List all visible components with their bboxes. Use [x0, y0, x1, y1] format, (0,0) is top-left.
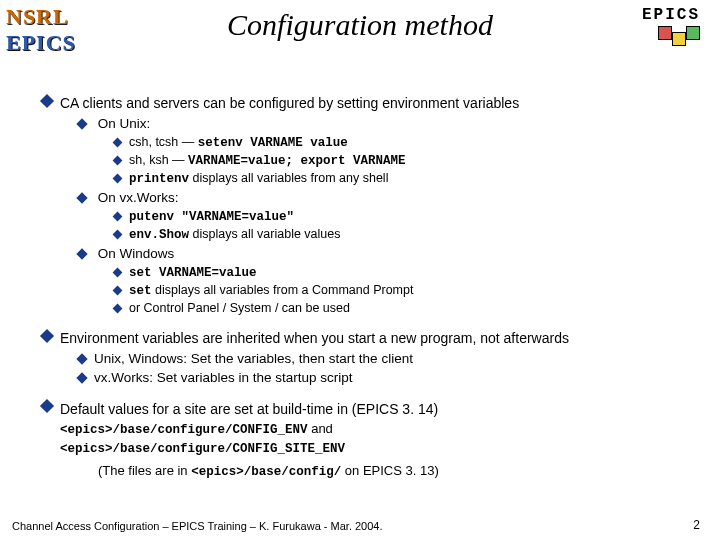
note-text: on EPICS 3. 13) [341, 463, 439, 478]
diamond-bullet-icon [76, 192, 87, 203]
item-text: Unix, Windows: Set the variables, then s… [94, 351, 413, 366]
item-code: set [129, 284, 152, 298]
page-number: 2 [693, 518, 700, 532]
slide-body: CA clients and servers can be configured… [42, 92, 700, 491]
diamond-bullet-icon [76, 372, 87, 383]
list-item: printenv displays all variables from any… [114, 170, 700, 188]
item-code: set VARNAME=value [129, 266, 257, 280]
diamond-bullet-icon [113, 138, 123, 148]
slide-title-text: Configuration method [227, 8, 493, 41]
diamond-bullet-icon [113, 286, 123, 296]
item-text: csh, tcsh — [129, 135, 198, 149]
list-item: vx.Works: Set variables in the startup s… [78, 369, 700, 387]
path-code: <epics>/base/config/ [191, 465, 341, 479]
sub-head: On Unix: [98, 116, 151, 131]
list-item: set displays all variables from a Comman… [114, 282, 700, 300]
item-text: sh, ksh — [129, 153, 188, 167]
slide-title: Configuration method [0, 8, 720, 42]
diamond-bullet-icon [113, 230, 123, 240]
item-text: and [308, 421, 333, 436]
list-item: or Control Panel / System / can be used [114, 300, 700, 317]
diamond-bullet-icon [113, 268, 123, 278]
diamond-bullet-icon [40, 94, 54, 108]
bullet-text: Default values for a site are set at bui… [60, 400, 700, 419]
list-item: csh, tcsh — setenv VARNAME value [114, 134, 700, 152]
bullet-config-vars: CA clients and servers can be configured… [42, 92, 700, 317]
item-text: displays all variable values [189, 227, 340, 241]
item-text: displays all variables from a Command Pr… [152, 283, 414, 297]
diamond-bullet-icon [76, 248, 87, 259]
epics-logo-icon [658, 26, 700, 40]
list-item: putenv "VARNAME=value" [114, 208, 700, 226]
item-text: or Control Panel / System / can be used [129, 301, 350, 315]
bullet-inherit: Environment variables are inherited when… [42, 327, 700, 388]
diamond-bullet-icon [40, 329, 54, 343]
item-text: displays all variables from any shell [189, 171, 388, 185]
diamond-bullet-icon [76, 353, 87, 364]
sub-head: On vx.Works: [98, 190, 179, 205]
diamond-bullet-icon [113, 156, 123, 166]
bullet-text: Environment variables are inherited when… [60, 329, 700, 348]
diamond-bullet-icon [113, 212, 123, 222]
item-code: VARNAME=value; export VARNAME [188, 154, 406, 168]
diamond-bullet-icon [76, 118, 87, 129]
slide-footer: Channel Access Configuration – EPICS Tra… [12, 520, 383, 532]
list-item: Unix, Windows: Set the variables, then s… [78, 350, 700, 368]
bullet-text: CA clients and servers can be configured… [60, 94, 700, 113]
list-item: env.Show displays all variable values [114, 226, 700, 244]
item-text: vx.Works: Set variables in the startup s… [94, 370, 353, 385]
list-item: set VARNAME=value [114, 264, 700, 282]
item-code: printenv [129, 172, 189, 186]
item-code: env.Show [129, 228, 189, 242]
sub-vxworks: On vx.Works: putenv "VARNAME=value" env.… [78, 189, 700, 244]
corner-epics-label: EPICS [642, 6, 700, 24]
note-text: (The files are in [98, 463, 191, 478]
path-code: <epics>/base/configure/CONFIG_SITE_ENV [60, 442, 345, 456]
diamond-bullet-icon [113, 174, 123, 184]
diamond-bullet-icon [40, 399, 54, 413]
diamond-bullet-icon [113, 303, 123, 313]
item-code: putenv "VARNAME=value" [129, 210, 294, 224]
item-code: setenv VARNAME value [198, 136, 348, 150]
list-item: sh, ksh — VARNAME=value; export VARNAME [114, 152, 700, 170]
sub-unix: On Unix: csh, tcsh — setenv VARNAME valu… [78, 115, 700, 188]
sub-windows: On Windows set VARNAME=value set display… [78, 245, 700, 317]
path-code: <epics>/base/configure/CONFIG_ENV [60, 423, 308, 437]
bullet-defaults: Default values for a site are set at bui… [42, 397, 700, 481]
sub-head: On Windows [98, 246, 175, 261]
